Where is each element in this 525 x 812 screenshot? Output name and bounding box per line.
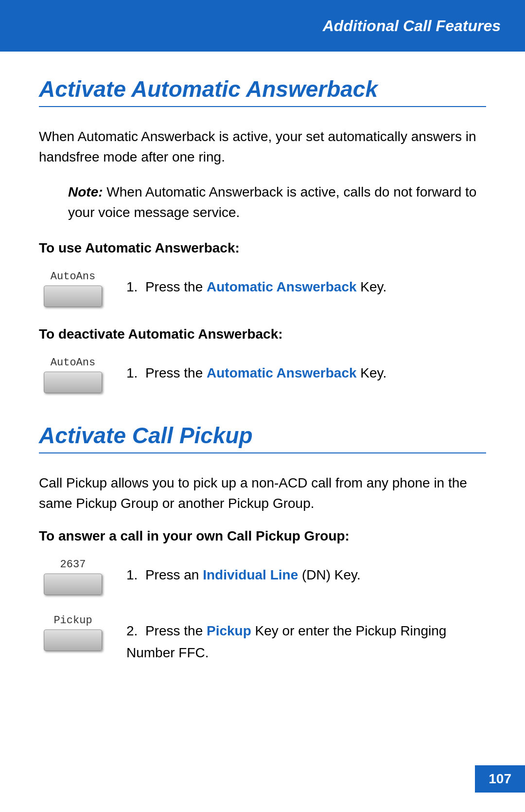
pickup-step1-text: 1. Press an Individual Line (DN) Key. <box>126 559 486 586</box>
note-text: When Automatic Answerback is active, cal… <box>68 184 476 220</box>
pickup-button[interactable] <box>44 630 102 651</box>
use-step1-row: AutoAns 1. Press the Automatic Answerbac… <box>39 271 486 307</box>
header-bar: Additional Call Features <box>0 0 525 52</box>
step-number-p2: 2. <box>126 623 145 638</box>
pickup-step1-pre: Press an <box>145 567 203 582</box>
step-number-d1: 1. <box>126 365 145 380</box>
use-step1-post: Key. <box>357 279 387 294</box>
pickup-step2-link: Pickup <box>207 623 251 638</box>
page-number: 107 <box>475 765 525 793</box>
use-step1-link: Automatic Answerback <box>207 279 357 294</box>
pickup-step1-row: 2637 1. Press an Individual Line (DN) Ke… <box>39 559 486 595</box>
autoans-key-label-1: AutoAns <box>51 271 95 283</box>
pickup-key-label: Pickup <box>53 614 92 627</box>
step-number-p1: 1. <box>126 567 145 582</box>
section1-title: Activate Automatic Answerback <box>39 76 486 102</box>
section2-divider <box>39 452 486 453</box>
use-step1-text: 1. Press the Automatic Answerback Key. <box>126 271 486 298</box>
use-heading: To use Automatic Answerback: <box>39 240 486 256</box>
autoans-key-container-1: AutoAns <box>39 271 107 307</box>
section2-title: Activate Call Pickup <box>39 422 486 449</box>
autoans-button-1[interactable] <box>44 286 102 307</box>
use-step1-pre: Press the <box>145 279 207 294</box>
deactivate-step1-pre: Press the <box>145 365 207 380</box>
page-content: Activate Automatic Answerback When Autom… <box>0 52 525 722</box>
pickup-step2-row: Pickup 2. Press the Pickup Key or enter … <box>39 614 486 664</box>
note-block: Note: When Automatic Answerback is activ… <box>68 182 486 223</box>
pickup-step1-link: Individual Line <box>203 567 298 582</box>
note-label: Note: <box>68 184 103 199</box>
autoans-button-2[interactable] <box>44 372 102 393</box>
deactivate-step1-post: Key. <box>357 365 387 380</box>
deactivate-step1-row: AutoAns 1. Press the Automatic Answerbac… <box>39 357 486 393</box>
pickup-key-container: Pickup <box>39 614 107 651</box>
step-number-1: 1. <box>126 279 145 294</box>
section2-gap: Activate Call Pickup Call Pickup allows … <box>39 422 486 664</box>
section2-intro: Call Pickup allows you to pick up a non-… <box>39 473 486 514</box>
deactivate-heading: To deactivate Automatic Answerback: <box>39 326 486 342</box>
autoans-key-container-2: AutoAns <box>39 357 107 393</box>
dn-key-container: 2637 <box>39 559 107 595</box>
section1-intro: When Automatic Answerback is active, you… <box>39 126 486 167</box>
pickup-step2-pre: Press the <box>145 623 207 638</box>
header-title: Additional Call Features <box>323 17 501 35</box>
pickup-step2-text: 2. Press the Pickup Key or enter the Pic… <box>126 614 486 664</box>
own-group-heading: To answer a call in your own Call Pickup… <box>39 528 486 544</box>
deactivate-step1-link: Automatic Answerback <box>207 365 357 380</box>
deactivate-step1-text: 1. Press the Automatic Answerback Key. <box>126 357 486 384</box>
section1-divider <box>39 106 486 107</box>
pickup-step1-post: (DN) Key. <box>298 567 361 582</box>
autoans-key-label-2: AutoAns <box>51 357 95 369</box>
dn-key-label: 2637 <box>60 559 86 571</box>
dn-button[interactable] <box>44 574 102 595</box>
